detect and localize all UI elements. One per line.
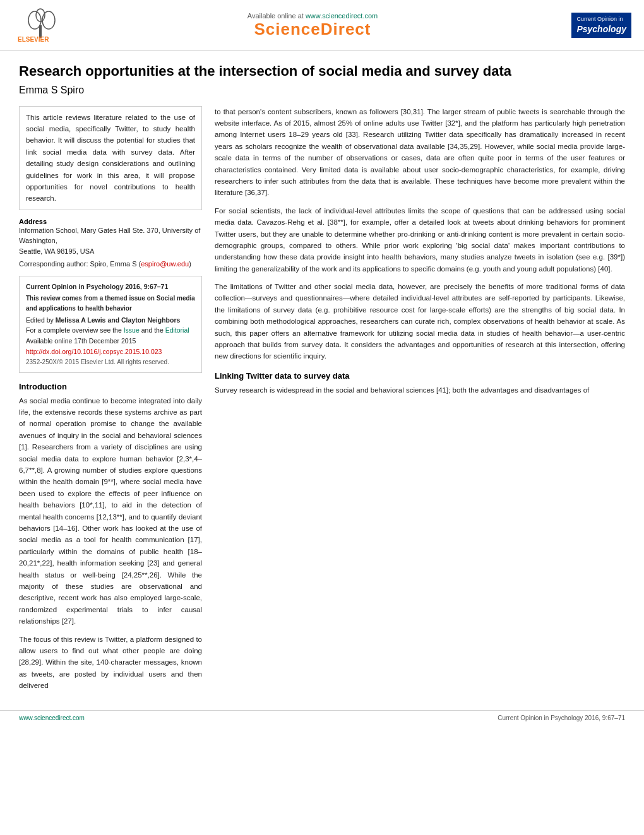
footer-journal-pages: Current Opinion in Psychology 2016, 9:67…	[498, 714, 625, 721]
doi-link[interactable]: http://dx.doi.org/10.1016/j.copsyc.2015.…	[26, 348, 162, 355]
elsevier-logo: ELSEVIER	[13, 6, 76, 44]
themed-issue-text: This review comes from a themed issue on…	[26, 293, 195, 314]
svg-text:ELSEVIER: ELSEVIER	[18, 36, 49, 43]
linking-paragraph: Survey research is widespread in the soc…	[215, 384, 625, 396]
footer-website[interactable]: www.sciencedirect.com	[19, 714, 85, 721]
cop-title: Current Opinion in	[576, 16, 623, 22]
issue-link[interactable]: Issue	[124, 326, 140, 334]
left-column: This article reviews literature related …	[19, 106, 202, 698]
copyright-text: 2352-250X/© 2015 Elsevier Ltd. All right…	[26, 357, 195, 367]
address-line2: Seattle, WA 98195, USA	[19, 246, 202, 257]
website-link[interactable]: www.sciencedirect.com	[306, 12, 378, 20]
cop-badge: Current Opinion in Psychology	[571, 13, 631, 38]
editors-line: Edited by Melissa A Lewis and Clayton Ne…	[26, 315, 195, 326]
right-para-2: For social scientists, the lack of indiv…	[215, 205, 625, 275]
address-section: Address Information School, Mary Gates H…	[19, 218, 202, 269]
article-author: Emma S Spiro	[19, 85, 625, 96]
doi-link-container: http://dx.doi.org/10.1016/j.copsyc.2015.…	[26, 346, 195, 357]
cop-psychology: Psychology	[576, 23, 626, 36]
right-para-1: to that person's content subscribers, kn…	[215, 106, 625, 199]
right-column: to that person's content subscribers, kn…	[215, 106, 625, 698]
brand-title: ScienceDirect	[76, 20, 549, 39]
article-title: Research opportunities at the intersecti…	[19, 62, 625, 81]
cop-badge-container: Current Opinion in Psychology	[549, 13, 631, 38]
email-link[interactable]: espiro@uw.edu	[141, 260, 189, 268]
page-header: ELSEVIER Available online at www.science…	[0, 0, 644, 51]
intro-paragraph-1: As social media continue to become integ…	[19, 395, 202, 627]
address-line1: Information School, Mary Gates Hall Ste.…	[19, 225, 202, 246]
available-text: Available online at www.sciencedirect.co…	[76, 12, 549, 20]
address-label: Address	[19, 218, 202, 225]
abstract-text: This article reviews literature related …	[26, 112, 195, 204]
introduction-title: Introduction	[19, 382, 202, 391]
corresponding-author: Corresponding author: Spiro, Emma S (esp…	[19, 259, 202, 269]
overview-line: For a complete overview see the Issue an…	[26, 325, 195, 336]
abstract-box: This article reviews literature related …	[19, 106, 202, 210]
page-footer: www.sciencedirect.com Current Opinion in…	[0, 710, 644, 725]
linking-title: Linking Twitter data to survey data	[215, 371, 625, 381]
main-content: Research opportunities at the intersecti…	[0, 62, 644, 710]
right-para-3: The limitations of Twitter and other soc…	[215, 281, 625, 362]
journal-name: Current Opinion in Psychology 2016, 9:67…	[26, 281, 195, 292]
two-column-layout: This article reviews literature related …	[19, 106, 625, 698]
intro-paragraph-2: The focus of this review is Twitter, a p…	[19, 634, 202, 692]
info-box: Current Opinion in Psychology 2016, 9:67…	[19, 276, 202, 373]
editorial-link[interactable]: Editorial	[165, 326, 189, 334]
header-center: Available online at www.sciencedirect.co…	[76, 12, 549, 39]
available-date: Available online 17th December 2015	[26, 336, 195, 346]
